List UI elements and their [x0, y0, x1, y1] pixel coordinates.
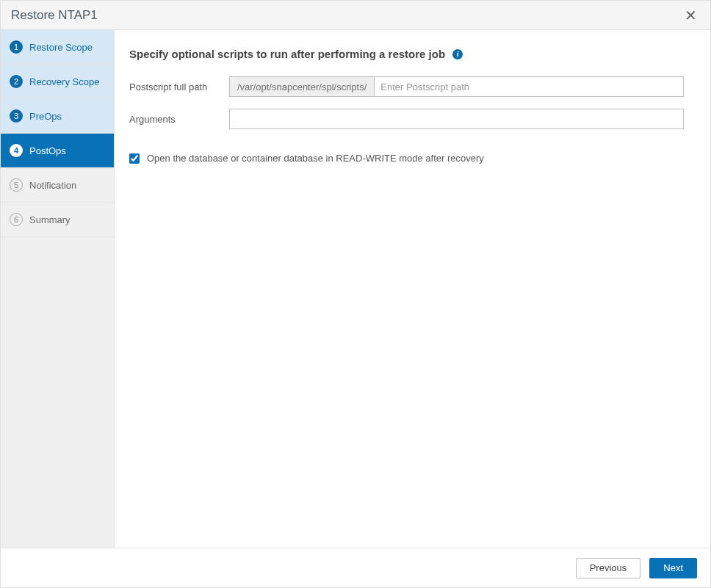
dialog-body: 1 Restore Scope 2 Recovery Scope 3 PreOp…: [1, 30, 710, 548]
step-label: PostOps: [29, 145, 66, 156]
readwrite-row: Open the database or container database …: [129, 153, 684, 164]
readwrite-label: Open the database or container database …: [147, 153, 484, 164]
close-icon[interactable]: ✕: [682, 7, 700, 24]
step-number: 6: [10, 213, 23, 226]
step-postops[interactable]: 4 PostOps: [1, 134, 114, 168]
step-label: Recovery Scope: [29, 76, 99, 87]
content-title-row: Specify optional scripts to run after pe…: [129, 48, 684, 60]
wizard-content: Specify optional scripts to run after pe…: [115, 30, 710, 548]
wizard-sidebar: 1 Restore Scope 2 Recovery Scope 3 PreOp…: [1, 30, 115, 548]
next-button[interactable]: Next: [649, 558, 697, 578]
postscript-row: Postscript full path /var/opt/snapcenter…: [129, 76, 684, 97]
arguments-input[interactable]: [229, 109, 684, 129]
postscript-input[interactable]: [375, 77, 683, 96]
dialog-header: Restore NTAP1 ✕: [1, 1, 710, 30]
postscript-path-group: /var/opt/snapcenter/spl/scripts/: [229, 76, 684, 97]
step-number: 2: [10, 75, 23, 88]
step-summary[interactable]: 6 Summary: [1, 203, 114, 237]
step-notification[interactable]: 5 Notification: [1, 168, 114, 203]
step-restore-scope[interactable]: 1 Restore Scope: [1, 30, 114, 65]
previous-button[interactable]: Previous: [576, 558, 641, 578]
step-number: 5: [10, 178, 23, 192]
step-number: 1: [10, 40, 23, 54]
arguments-row: Arguments: [129, 109, 684, 129]
dialog-footer: Previous Next: [1, 548, 710, 587]
restore-dialog: Restore NTAP1 ✕ 1 Restore Scope 2 Recove…: [0, 0, 711, 588]
postscript-label: Postscript full path: [129, 81, 229, 92]
step-label: Summary: [29, 214, 71, 225]
dialog-title: Restore NTAP1: [11, 8, 98, 23]
step-number: 4: [10, 144, 23, 157]
info-icon[interactable]: i: [452, 49, 463, 59]
readwrite-checkbox[interactable]: [129, 153, 140, 164]
step-preops[interactable]: 3 PreOps: [1, 99, 114, 134]
step-label: PreOps: [29, 111, 62, 122]
step-number: 3: [10, 109, 23, 123]
step-label: Restore Scope: [29, 42, 93, 53]
content-title: Specify optional scripts to run after pe…: [129, 48, 445, 60]
step-recovery-scope[interactable]: 2 Recovery Scope: [1, 65, 114, 99]
step-label: Notification: [29, 180, 76, 191]
arguments-label: Arguments: [129, 114, 229, 125]
postscript-prefix: /var/opt/snapcenter/spl/scripts/: [230, 77, 375, 96]
